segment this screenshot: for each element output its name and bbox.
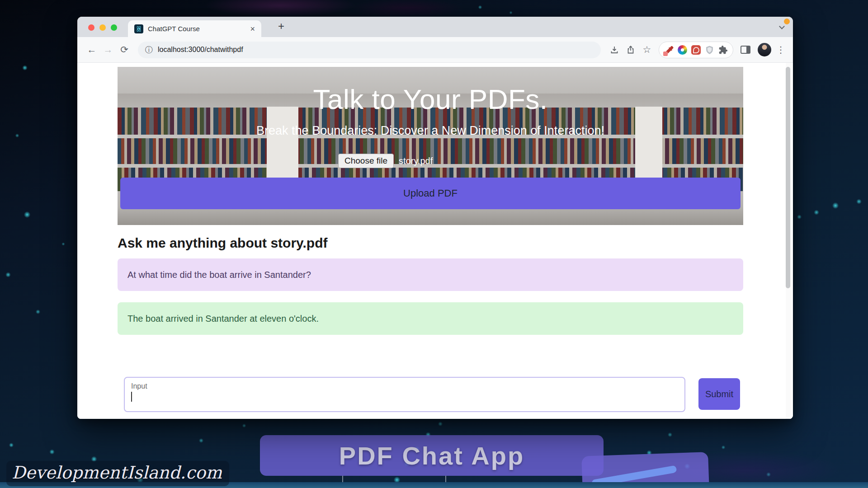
browser-toolbar: ← → ⟳ ⓘ localhost:3000/chatwithpdf ☆	[77, 37, 793, 63]
hero-title: Talk to Your PDFs.	[118, 83, 743, 115]
react-favicon-icon	[134, 24, 143, 33]
puzzle-extensions-icon[interactable]	[718, 45, 728, 55]
text-cursor	[131, 392, 132, 402]
desktop-banner-text: PDF Chat App	[339, 441, 524, 470]
hero-section: Talk to Your PDFs. Break the Boundaries:…	[118, 67, 743, 225]
browser-tab[interactable]: ChatGPT Course ×	[128, 20, 261, 37]
selected-file-name: story.pdf	[399, 156, 433, 166]
address-bar[interactable]: ⓘ localhost:3000/chatwithpdf	[138, 42, 601, 58]
watermark: DevelopmentIsland.com	[6, 461, 229, 486]
desktop-banner: PDF Chat App	[260, 435, 604, 476]
notification-dot	[784, 19, 790, 24]
reload-button[interactable]: ⟳	[116, 42, 132, 58]
browser-menu-icon[interactable]: ⋮	[775, 44, 787, 55]
profile-avatar[interactable]	[758, 43, 771, 56]
scrollbar-track[interactable]	[786, 63, 792, 419]
url-text: localhost:3000/chatwithpdf	[158, 46, 243, 54]
color-wheel-extension-icon[interactable]	[678, 45, 687, 55]
minimize-window-button[interactable]	[99, 24, 106, 31]
share-icon[interactable]	[623, 42, 639, 58]
watermark-text: DevelopmentIsland.com	[12, 463, 222, 483]
forward-button[interactable]: →	[100, 42, 116, 58]
question-text: At what time did the boat arrive in Sant…	[127, 270, 311, 280]
new-tab-button[interactable]: +	[274, 20, 288, 33]
tab-close-icon[interactable]: ×	[250, 25, 255, 33]
hero-subtitle: Break the Boundaries: Discover a New Dim…	[118, 124, 743, 138]
site-info-icon[interactable]: ⓘ	[145, 45, 153, 55]
chat-message-question: At what time did the boat arrive in Sant…	[118, 258, 743, 291]
tab-title: ChatGPT Course	[148, 25, 200, 33]
bookmark-star-icon[interactable]: ☆	[639, 42, 655, 58]
answer-text: The boat arrived in Santander at eleven …	[127, 314, 319, 324]
zoom-window-button[interactable]	[111, 24, 117, 31]
upload-pdf-button[interactable]: Upload PDF	[120, 178, 741, 209]
browser-window: ChatGPT Course × + ← → ⟳ ⓘ localhost:300…	[77, 17, 793, 419]
extensions-pill	[659, 42, 733, 58]
chevron-down-icon[interactable]	[779, 23, 785, 29]
red-extension-icon[interactable]	[691, 45, 701, 55]
submit-button[interactable]: Submit	[698, 378, 740, 410]
eyedropper-swatch	[663, 52, 668, 56]
side-panel-icon[interactable]	[741, 46, 750, 54]
download-icon[interactable]	[606, 42, 623, 58]
eyedropper-extension-icon[interactable]	[664, 45, 674, 55]
page-title: Ask me anything about story.pdf	[118, 235, 328, 251]
tab-strip: ChatGPT Course × +	[77, 17, 793, 37]
file-input[interactable]: Choose file story.pdf	[338, 154, 433, 168]
page-content: Talk to Your PDFs. Break the Boundaries:…	[77, 63, 793, 419]
close-window-button[interactable]	[88, 24, 94, 31]
shield-extension-icon[interactable]	[705, 45, 714, 55]
choose-file-button[interactable]: Choose file	[338, 154, 394, 168]
back-button[interactable]: ←	[84, 42, 100, 58]
chat-message-answer: The boat arrived in Santander at eleven …	[118, 302, 743, 335]
question-input[interactable]: Input	[124, 377, 685, 412]
scrollbar-thumb[interactable]	[786, 67, 790, 288]
input-label: Input	[131, 382, 678, 390]
